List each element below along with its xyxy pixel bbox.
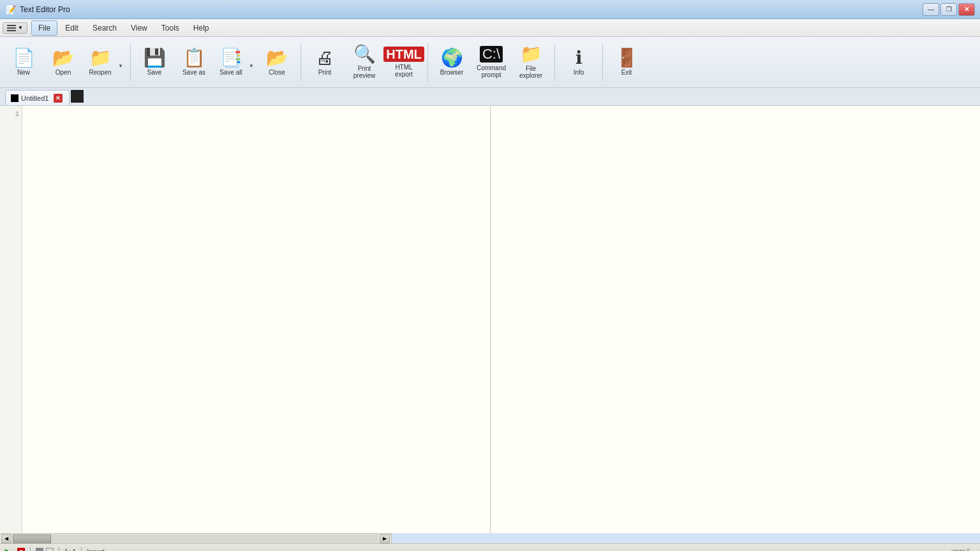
reopen-label: Reopen [89, 69, 111, 76]
menu-bar: ▼ File Edit Search View Tools Help [0, 19, 980, 37]
watermark: www.lj... [951, 548, 975, 551]
editor-pane-left: 1 [0, 106, 490, 533]
html-export-button[interactable]: HTML HTML export [385, 41, 422, 84]
new-label: New [17, 69, 30, 76]
scroll-track[interactable] [13, 534, 378, 543]
status-bar: ▶ ■ 1: 1 Insert www.lj... [0, 543, 980, 551]
text-editor-left[interactable] [22, 106, 490, 533]
save-button[interactable]: 💾 Save [136, 41, 173, 84]
reopen-button[interactable]: 📁 Reopen [84, 41, 116, 84]
line-numbers: 1 [0, 106, 22, 533]
html-export-label: HTML export [388, 64, 420, 78]
tab-close-button[interactable]: ✕ [54, 94, 63, 103]
menu-item-edit[interactable]: Edit [59, 21, 85, 35]
minimize-button[interactable]: — [923, 3, 939, 16]
save-icon: 💾 [144, 49, 166, 67]
tab-color-indicator [11, 94, 19, 102]
hamburger-menu[interactable]: ▼ [3, 22, 27, 34]
hamburger-line-3 [7, 30, 16, 31]
browser-label: Browser [440, 69, 464, 76]
toolbar-sep-5 [602, 43, 603, 82]
tab-bar: Untitled1 ✕ [0, 88, 980, 106]
title-bar-left: 📝 Text Editor Pro [5, 4, 70, 15]
tab-label: Untitled1 [21, 94, 48, 102]
title-bar-controls: — ❐ ✕ [923, 3, 975, 16]
html-export-icon: HTML [383, 47, 424, 62]
line-number-1: 1 [0, 108, 19, 120]
hamburger-line-1 [7, 25, 16, 26]
print-button[interactable]: 🖨 Print [306, 41, 343, 84]
command-prompt-button[interactable]: C:\ Command prompt [473, 41, 510, 84]
status-divider-3 [81, 547, 82, 552]
reopen-icon: 📁 [89, 49, 112, 67]
menu-item-search[interactable]: Search [86, 21, 123, 35]
tab-untitled1[interactable]: Untitled1 ✕ [5, 90, 70, 105]
hamburger-line-2 [7, 27, 16, 29]
save-as-icon: 📋 [183, 49, 205, 67]
file-explorer-icon: 📁 [520, 45, 542, 63]
print-preview-button[interactable]: 🔍 Print preview [346, 41, 383, 84]
exit-label: Exit [621, 69, 632, 76]
save-all-icon: 📑 [220, 49, 242, 67]
command-prompt-icon: C:\ [480, 46, 503, 62]
menu-item-tools[interactable]: Tools [155, 21, 186, 35]
open-button[interactable]: 📂 Open [45, 41, 82, 84]
exit-button[interactable]: 🚪 Exit [608, 41, 645, 84]
save-all-dropdown-arrow[interactable]: ▼ [247, 41, 256, 84]
toolbar-sep-3 [427, 43, 428, 82]
title-bar-title: Text Editor Pro [20, 5, 70, 14]
editor-pane-right[interactable] [491, 106, 981, 533]
app-icon: 📝 [5, 4, 16, 15]
toolbar-sep-2 [301, 43, 301, 82]
close-window-button[interactable]: ✕ [958, 3, 975, 16]
save-all-group: 📑 Save all ▼ [215, 41, 256, 84]
close-icon: 📂 [266, 49, 288, 67]
cursor-position: 1: 1 [64, 548, 76, 552]
hamburger-icon [7, 25, 16, 31]
tab-extra-indicator [71, 90, 84, 103]
print-preview-icon: 🔍 [353, 45, 376, 63]
status-icon-group [36, 548, 54, 552]
browser-icon: 🌍 [441, 49, 463, 67]
reopen-dropdown-arrow[interactable]: ▼ [116, 41, 125, 84]
print-icon: 🖨 [316, 49, 334, 67]
toolbar: 📄 New 📂 Open 📁 Reopen ▼ 💾 Save 📋 Save as… [0, 37, 980, 88]
editor-area: 1 [0, 106, 980, 533]
status-divider-2 [59, 547, 59, 552]
menu-item-view[interactable]: View [124, 21, 154, 35]
scroll-right-button[interactable]: ▶ [380, 534, 390, 543]
exit-icon: 🚪 [616, 49, 638, 67]
file-explorer-button[interactable]: 📁 File explorer [512, 41, 549, 84]
status-icon-1 [36, 548, 43, 552]
toolbar-sep-4 [554, 43, 555, 82]
save-as-button[interactable]: 📋 Save as [175, 41, 212, 84]
editor-mode: Insert [87, 548, 105, 552]
play-icon: ▶ [5, 547, 12, 552]
scroll-left-button[interactable]: ◀ [1, 534, 11, 543]
open-icon: 📂 [52, 49, 75, 67]
horizontal-scrollbar[interactable]: ◀ ▶ [0, 533, 392, 543]
reopen-group: 📁 Reopen ▼ [84, 41, 125, 84]
file-explorer-label: File explorer [515, 65, 547, 79]
stop-icon: ■ [17, 548, 25, 552]
command-prompt-label: Command prompt [475, 64, 507, 78]
browser-button[interactable]: 🌍 Browser [433, 41, 470, 84]
restore-button[interactable]: ❐ [940, 3, 957, 16]
scroll-thumb[interactable] [13, 534, 51, 543]
toolbar-sep-1 [130, 43, 131, 82]
close-button[interactable]: 📂 Close [258, 41, 295, 84]
menu-item-file[interactable]: File [31, 20, 57, 36]
info-label: Info [574, 69, 584, 76]
status-divider-1 [30, 547, 31, 552]
save-all-button[interactable]: 📑 Save all [215, 41, 247, 84]
save-as-label: Save as [182, 69, 205, 76]
info-button[interactable]: ℹ Info [560, 41, 597, 84]
info-icon: ℹ [575, 49, 583, 67]
new-button[interactable]: 📄 New [5, 41, 42, 84]
text-editor-right[interactable] [491, 106, 981, 533]
menu-item-help[interactable]: Help [187, 21, 216, 35]
save-all-label: Save all [219, 69, 242, 76]
print-label: Print [318, 69, 332, 76]
print-preview-label: Print preview [348, 65, 380, 79]
hamburger-dropdown-icon: ▼ [18, 25, 23, 31]
